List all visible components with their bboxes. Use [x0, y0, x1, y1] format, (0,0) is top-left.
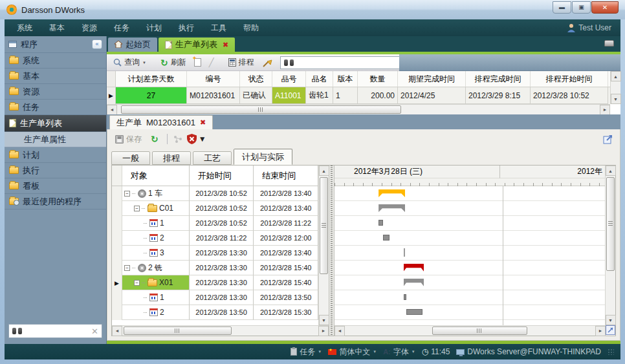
- schedule-button[interactable]: 排程: [226, 56, 257, 69]
- column-header-期望完成时间[interactable]: 期望完成时间: [398, 71, 466, 87]
- sidebar-item-资源[interactable]: 资源: [5, 84, 106, 100]
- tree-column-header-结束时间[interactable]: 结束时间: [254, 166, 318, 186]
- tab-生产单列表[interactable]: 生产单列表✖: [159, 37, 235, 52]
- close-button[interactable]: ✕: [591, 1, 619, 14]
- tree-collapse-icon[interactable]: −: [124, 191, 130, 197]
- doc-tab-close-icon[interactable]: ✖: [200, 118, 206, 127]
- validation-button[interactable]: ▼: [187, 134, 206, 144]
- scroll-up-icon[interactable]: ▲: [606, 166, 616, 176]
- sidebar-item-任务[interactable]: 任务: [5, 100, 106, 115]
- menu-item-任务[interactable]: 任务: [105, 20, 138, 36]
- edit-button[interactable]: ╱: [206, 56, 217, 69]
- clean-button[interactable]: [259, 56, 275, 69]
- menu-item-帮助[interactable]: 帮助: [235, 20, 267, 36]
- workflow-icon-disabled[interactable]: [173, 135, 183, 144]
- tree-collapse-icon[interactable]: −: [124, 265, 130, 271]
- gantt-fit-view-button[interactable]: [606, 325, 615, 335]
- tree-row-2[interactable]: 22012/3/28 13:502012/3/28 15:30: [112, 305, 318, 320]
- menu-item-执行[interactable]: 执行: [170, 20, 203, 36]
- grid-hscrollbar[interactable]: ◄ ►: [107, 104, 610, 114]
- tree-row-1[interactable]: 12012/3/28 13:302012/3/28 13:50: [112, 290, 318, 305]
- status-task-menu[interactable]: 任务▼: [291, 347, 322, 358]
- tab-起始页[interactable]: 起始页: [108, 37, 157, 52]
- minimize-button[interactable]: ▬: [553, 1, 571, 14]
- sidebar-item-看板[interactable]: 看板: [5, 178, 106, 194]
- menu-item-资源[interactable]: 资源: [73, 20, 105, 36]
- save-button[interactable]: 保存: [113, 133, 144, 146]
- status-font-menu[interactable]: A: 字体▼: [383, 347, 415, 358]
- tree-column-header-开始时间[interactable]: 开始时间: [190, 166, 254, 186]
- tree-row-3[interactable]: 32012/3/28 13:302012/3/28 13:40: [112, 246, 318, 261]
- menu-item-基本[interactable]: 基本: [41, 20, 73, 36]
- gantt-hscrollbar[interactable]: ◄ ►: [334, 325, 606, 336]
- gantt-vscrollbar[interactable]: ▲ ▼: [605, 166, 615, 325]
- tree-collapse-icon[interactable]: −: [134, 206, 140, 211]
- column-header-版本[interactable]: 版本: [333, 71, 358, 87]
- tree-row-X01[interactable]: ▶−X012012/3/28 13:302012/3/28 15:40: [112, 275, 318, 290]
- order-document-tab[interactable]: 生产单 M012031601 ✖: [109, 115, 213, 129]
- menu-item-工具[interactable]: 工具: [203, 20, 235, 36]
- scroll-right-icon[interactable]: ►: [318, 326, 329, 336]
- column-header-品号[interactable]: 品号: [272, 71, 306, 87]
- scroll-right-icon[interactable]: ►: [595, 326, 606, 336]
- tree-row-2[interactable]: 22012/3/28 11:222012/3/28 12:00: [112, 231, 318, 246]
- tree-row-1[interactable]: 12012/3/28 10:522012/3/28 11:22: [112, 216, 318, 231]
- sidebar-collapse-button[interactable]: «: [92, 39, 102, 49]
- sidebar-item-最近使用的程序[interactable]: 最近使用的程序: [5, 194, 106, 209]
- scroll-up-icon[interactable]: ▲: [611, 71, 621, 81]
- maximize-button[interactable]: ▣: [572, 1, 591, 14]
- toolbar-search-input[interactable]: [296, 58, 404, 67]
- sidebar-item-生产单列表[interactable]: 生产单列表: [5, 115, 106, 132]
- sidebar-search-input[interactable]: [25, 327, 89, 336]
- doc-refresh-button[interactable]: ↻: [148, 134, 161, 144]
- scroll-right-icon[interactable]: ►: [600, 105, 610, 115]
- table-vscrollbar[interactable]: ▲ ▼: [318, 166, 329, 325]
- gantt-bar-2[interactable]: [383, 235, 389, 241]
- sidebar-item-系统[interactable]: 系统: [5, 53, 106, 69]
- tab-close-icon[interactable]: ✖: [223, 41, 228, 49]
- refresh-button[interactable]: ↻ 刷新: [158, 56, 189, 69]
- sidebar-item-计划[interactable]: 计划: [5, 147, 106, 163]
- doc-tab-工艺[interactable]: 工艺: [193, 151, 232, 165]
- scroll-down-icon[interactable]: ▼: [611, 94, 621, 104]
- current-user[interactable]: Test User: [567, 23, 617, 32]
- column-header-排程开始时间[interactable]: 排程开始时间: [531, 71, 608, 87]
- column-header-品名[interactable]: 品名: [306, 71, 333, 87]
- tree-row-C01[interactable]: −C012012/3/28 10:522012/3/28 13:40: [112, 201, 318, 216]
- scroll-left-icon[interactable]: ◄: [334, 326, 345, 336]
- scroll-left-icon[interactable]: ◄: [112, 326, 122, 336]
- sidebar-item-生产单属性[interactable]: 生产单属性: [5, 132, 106, 147]
- gantt-bar-1[interactable]: [404, 294, 407, 300]
- tree-row-2 铣[interactable]: −2 铣2012/3/28 13:302012/3/28 15:40: [112, 261, 318, 275]
- column-header-数量[interactable]: 数量: [358, 71, 398, 87]
- gantt-bar-1[interactable]: [378, 220, 383, 226]
- resize-grip[interactable]: [608, 348, 614, 355]
- doc-tab-一般[interactable]: 一般: [111, 151, 150, 165]
- column-header-编号[interactable]: 编号: [187, 71, 240, 87]
- gantt-bar-2[interactable]: [406, 309, 422, 315]
- scroll-down-icon[interactable]: ▼: [319, 315, 329, 325]
- split-handle[interactable]: [329, 166, 334, 336]
- scroll-left-icon[interactable]: ◄: [107, 105, 117, 115]
- gantt-bar-3[interactable]: [404, 248, 405, 257]
- query-button[interactable]: 查询▼: [111, 56, 149, 69]
- grid-vscrollbar[interactable]: ▲ ▼: [610, 71, 620, 104]
- sidebar-item-基本[interactable]: 基本: [5, 69, 106, 84]
- scroll-down-icon[interactable]: ▼: [606, 315, 616, 325]
- column-header-状态[interactable]: 状态: [240, 71, 272, 87]
- status-language-menu[interactable]: 简体中文▼: [328, 347, 377, 358]
- table-hscrollbar[interactable]: ◄ ►: [112, 325, 329, 336]
- tree-collapse-icon[interactable]: −: [134, 280, 140, 286]
- column-header-计划差异天数[interactable]: 计划差异天数: [116, 71, 187, 87]
- doc-tab-计划与实际[interactable]: 计划与实际: [234, 149, 292, 165]
- doc-tab-排程[interactable]: 排程: [152, 151, 191, 165]
- tree-row-1 车[interactable]: −1 车2012/3/28 10:522012/3/28 13:40: [112, 186, 318, 201]
- open-new-window-icon[interactable]: [603, 134, 613, 144]
- scroll-up-icon[interactable]: ▲: [319, 166, 329, 176]
- sidebar-search-clear-icon[interactable]: ✕: [91, 327, 98, 336]
- sidebar-item-执行[interactable]: 执行: [5, 163, 106, 178]
- column-header-排程完成时间[interactable]: 排程完成时间: [466, 71, 531, 87]
- menu-item-计划[interactable]: 计划: [138, 20, 170, 36]
- new-button[interactable]: [192, 57, 204, 68]
- panel-pin-icon[interactable]: [604, 40, 614, 47]
